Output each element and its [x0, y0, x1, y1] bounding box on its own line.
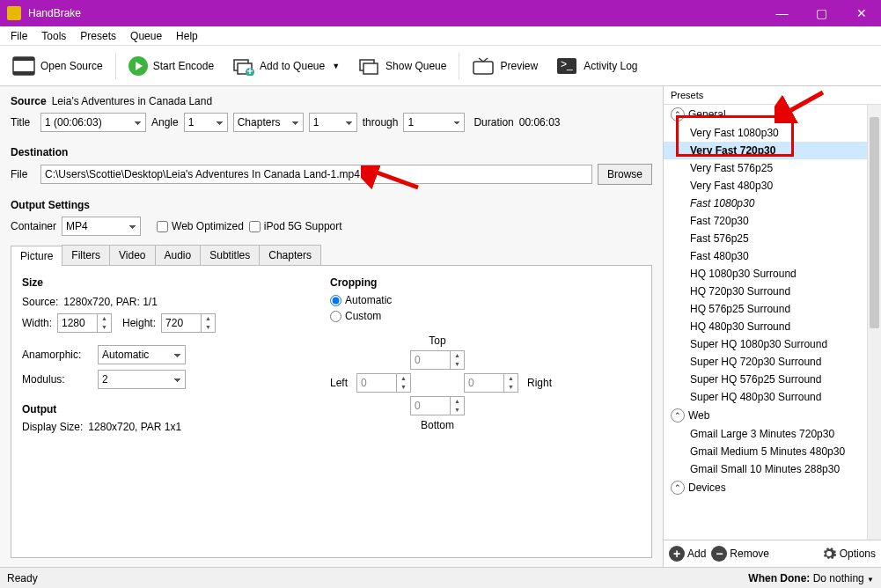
- start-encode-button[interactable]: Start Encode: [123, 53, 219, 79]
- output-label: Output: [22, 403, 304, 415]
- modulus-select[interactable]: 2: [98, 370, 186, 389]
- cropping-automatic-radio[interactable]: Automatic: [330, 294, 392, 306]
- preset-group-devices[interactable]: ⌃Devices: [664, 478, 881, 497]
- close-button[interactable]: ✕: [841, 0, 881, 26]
- title-label: Title: [11, 116, 35, 129]
- web-optimized-checkbox[interactable]: Web Optimized: [157, 220, 244, 232]
- size-label: Size: [22, 276, 304, 289]
- tab-video[interactable]: Video: [109, 245, 155, 265]
- maximize-button[interactable]: ▢: [802, 0, 841, 26]
- preset-item[interactable]: Super HQ 720p30 Surround: [664, 353, 881, 371]
- minus-icon: −: [711, 546, 727, 562]
- preset-item[interactable]: Fast 1080p30: [664, 195, 881, 212]
- activity-log-label: Activity Log: [584, 60, 637, 72]
- menu-tools[interactable]: Tools: [34, 28, 73, 44]
- tab-picture[interactable]: Picture: [11, 246, 62, 266]
- ipod-support-checkbox[interactable]: iPod 5G Support: [249, 220, 342, 232]
- angle-select[interactable]: 1: [184, 113, 228, 132]
- range-type-select[interactable]: Chapters: [233, 113, 304, 132]
- anamorphic-select[interactable]: Automatic: [98, 345, 186, 364]
- preview-button[interactable]: Preview: [466, 53, 543, 79]
- height-spinner[interactable]: ▲▼: [161, 313, 216, 333]
- menu-file[interactable]: File: [4, 28, 34, 44]
- preset-item[interactable]: Super HQ 480p30 Surround: [664, 388, 881, 406]
- preset-remove-button[interactable]: −Remove: [711, 546, 769, 562]
- window-title: HandBrake: [28, 7, 762, 19]
- preset-item[interactable]: Gmail Large 3 Minutes 720p30: [664, 425, 881, 443]
- preset-item-selected[interactable]: Very Fast 720p30: [664, 142, 881, 159]
- modulus-label: Modulus:: [22, 373, 92, 386]
- show-queue-button[interactable]: Show Queue: [352, 53, 452, 79]
- app-icon: [7, 6, 21, 20]
- add-to-queue-label: Add to Queue: [260, 60, 325, 72]
- film-icon: [12, 56, 35, 76]
- preset-group-web[interactable]: ⌃Web: [664, 406, 881, 425]
- chapter-to-select[interactable]: 1: [403, 113, 465, 132]
- cropping-custom-radio[interactable]: Custom: [330, 310, 381, 322]
- menubar: File Tools Presets Queue Help: [0, 26, 881, 46]
- chapter-from-select[interactable]: 1: [309, 113, 357, 132]
- preset-item[interactable]: Very Fast 576p25: [664, 159, 881, 177]
- add-to-queue-button[interactable]: + Add to Queue ▼: [226, 53, 345, 79]
- svg-rect-8: [363, 63, 378, 74]
- display-size-label: Display Size:: [22, 421, 83, 433]
- preset-options-button[interactable]: Options: [821, 546, 876, 562]
- width-spinner[interactable]: ▲▼: [57, 313, 112, 333]
- open-source-label: Open Source: [40, 60, 103, 72]
- plus-icon: +: [669, 546, 685, 562]
- when-done-control[interactable]: When Done: Do nothing ▼: [748, 572, 874, 584]
- menu-queue[interactable]: Queue: [123, 28, 169, 44]
- svg-text:>_: >_: [561, 58, 573, 70]
- output-settings-label: Output Settings: [11, 199, 652, 211]
- source-label: Source: [11, 95, 47, 107]
- chevron-down-icon: ▼: [332, 62, 340, 70]
- tab-filters[interactable]: Filters: [62, 245, 110, 265]
- preset-item[interactable]: HQ 1080p30 Surround: [664, 265, 881, 283]
- crop-top-label: Top: [429, 334, 445, 347]
- scrollbar[interactable]: [867, 105, 881, 540]
- queue-add-icon: +: [231, 56, 254, 76]
- crop-right-spinner[interactable]: ▲▼: [464, 373, 518, 393]
- show-queue-label: Show Queue: [385, 60, 446, 72]
- preset-item[interactable]: Gmail Medium 5 Minutes 480p30: [664, 443, 881, 460]
- file-input[interactable]: [40, 165, 592, 184]
- destination-label: Destination: [11, 146, 652, 158]
- height-label: Height:: [122, 317, 156, 329]
- preset-add-button[interactable]: +Add: [669, 546, 706, 562]
- preset-item[interactable]: HQ 720p30 Surround: [664, 283, 881, 300]
- crop-left-spinner[interactable]: ▲▼: [356, 373, 411, 393]
- minimize-button[interactable]: —: [762, 0, 802, 26]
- browse-button[interactable]: Browse: [598, 164, 652, 185]
- duration-value: 00:06:03: [519, 116, 561, 129]
- tab-chapters[interactable]: Chapters: [259, 245, 321, 265]
- presets-panel: Presets ⌃General Very Fast 1080p30 Very …: [663, 86, 881, 567]
- crop-right-label: Right: [527, 377, 552, 389]
- preset-item[interactable]: Super HQ 1080p30 Surround: [664, 335, 881, 353]
- menu-help[interactable]: Help: [169, 28, 205, 44]
- preset-item[interactable]: Fast 480p30: [664, 247, 881, 265]
- open-source-button[interactable]: Open Source: [7, 53, 108, 79]
- preset-item[interactable]: HQ 480p30 Surround: [664, 318, 881, 335]
- preset-item[interactable]: Fast 576p25: [664, 230, 881, 247]
- preset-item[interactable]: HQ 576p25 Surround: [664, 300, 881, 318]
- title-select[interactable]: 1 (00:06:03): [40, 113, 146, 132]
- tab-subtitles[interactable]: Subtitles: [200, 245, 260, 265]
- presets-list[interactable]: ⌃General Very Fast 1080p30 Very Fast 720…: [664, 105, 881, 540]
- crop-top-spinner[interactable]: ▲▼: [410, 350, 465, 370]
- tab-audio[interactable]: Audio: [155, 245, 202, 265]
- gear-icon: [821, 546, 837, 562]
- preset-item[interactable]: Very Fast 1080p30: [664, 124, 881, 142]
- menu-presets[interactable]: Presets: [73, 28, 123, 44]
- container-select[interactable]: MP4: [62, 217, 141, 236]
- preset-item[interactable]: Very Fast 480p30: [664, 177, 881, 195]
- preset-item[interactable]: Gmail Small 10 Minutes 288p30: [664, 460, 881, 478]
- preview-label: Preview: [500, 60, 538, 72]
- display-size-value: 1280x720, PAR 1x1: [88, 421, 181, 433]
- scrollbar-thumb[interactable]: [870, 117, 879, 328]
- preset-item[interactable]: Super HQ 576p25 Surround: [664, 371, 881, 388]
- chevron-up-icon: ⌃: [671, 107, 685, 121]
- activity-log-button[interactable]: >_ Activity Log: [550, 53, 642, 79]
- preset-item[interactable]: Fast 720p30: [664, 212, 881, 230]
- preset-group-general[interactable]: ⌃General: [664, 105, 881, 124]
- crop-bottom-spinner[interactable]: ▲▼: [410, 396, 465, 415]
